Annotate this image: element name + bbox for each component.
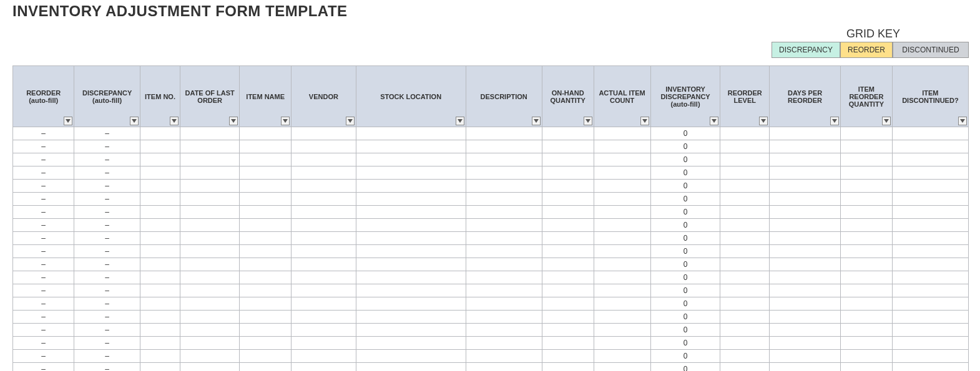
table-cell[interactable]: – — [74, 324, 140, 337]
table-cell[interactable] — [594, 153, 650, 166]
table-cell[interactable]: – — [74, 297, 140, 311]
table-cell[interactable] — [140, 271, 180, 284]
table-cell[interactable] — [240, 245, 292, 258]
table-cell[interactable] — [292, 232, 356, 245]
table-cell[interactable] — [594, 140, 650, 153]
table-cell[interactable] — [770, 206, 841, 219]
table-cell[interactable]: – — [74, 180, 140, 193]
table-cell[interactable] — [356, 258, 466, 271]
table-cell[interactable] — [542, 180, 594, 193]
table-cell[interactable]: – — [74, 232, 140, 245]
table-cell[interactable] — [542, 363, 594, 372]
table-cell[interactable]: 0 — [650, 271, 720, 284]
table-cell[interactable] — [770, 258, 841, 271]
table-cell[interactable] — [892, 363, 968, 372]
table-cell[interactable] — [542, 206, 594, 219]
table-cell[interactable]: – — [74, 245, 140, 258]
table-cell[interactable] — [840, 245, 892, 258]
table-cell[interactable] — [542, 350, 594, 363]
table-cell[interactable] — [356, 140, 466, 153]
table-cell[interactable] — [466, 350, 542, 363]
table-cell[interactable]: 0 — [650, 245, 720, 258]
table-cell[interactable] — [292, 140, 356, 153]
table-cell[interactable] — [594, 245, 650, 258]
table-cell[interactable] — [466, 324, 542, 337]
table-cell[interactable] — [892, 297, 968, 311]
table-cell[interactable] — [292, 311, 356, 324]
table-cell[interactable]: 0 — [650, 363, 720, 372]
table-cell[interactable] — [292, 350, 356, 363]
table-cell[interactable] — [240, 140, 292, 153]
table-cell[interactable]: 0 — [650, 206, 720, 219]
table-cell[interactable] — [466, 311, 542, 324]
table-cell[interactable] — [892, 180, 968, 193]
table-cell[interactable] — [292, 127, 356, 140]
table-cell[interactable]: – — [13, 245, 74, 258]
table-cell[interactable] — [240, 350, 292, 363]
table-cell[interactable] — [720, 127, 770, 140]
table-cell[interactable] — [840, 337, 892, 350]
table-cell[interactable] — [180, 232, 240, 245]
table-cell[interactable] — [594, 284, 650, 297]
filter-dropdown-icon[interactable] — [584, 117, 592, 125]
table-cell[interactable] — [542, 284, 594, 297]
table-cell[interactable] — [720, 258, 770, 271]
table-cell[interactable] — [892, 311, 968, 324]
table-cell[interactable] — [892, 337, 968, 350]
table-cell[interactable]: – — [74, 127, 140, 140]
table-cell[interactable] — [466, 284, 542, 297]
table-cell[interactable]: – — [13, 153, 74, 166]
table-cell[interactable] — [140, 363, 180, 372]
table-cell[interactable] — [240, 284, 292, 297]
table-cell[interactable] — [356, 363, 466, 372]
table-cell[interactable] — [180, 284, 240, 297]
filter-dropdown-icon[interactable] — [958, 117, 967, 125]
table-cell[interactable] — [770, 153, 841, 166]
table-cell[interactable] — [180, 153, 240, 166]
table-cell[interactable] — [542, 219, 594, 232]
table-cell[interactable] — [542, 324, 594, 337]
table-cell[interactable] — [240, 166, 292, 180]
table-cell[interactable] — [180, 258, 240, 271]
table-cell[interactable] — [466, 258, 542, 271]
table-cell[interactable]: – — [74, 219, 140, 232]
table-cell[interactable] — [292, 219, 356, 232]
table-cell[interactable] — [466, 297, 542, 311]
table-cell[interactable] — [140, 232, 180, 245]
table-cell[interactable] — [840, 324, 892, 337]
table-cell[interactable] — [240, 311, 292, 324]
table-cell[interactable] — [594, 258, 650, 271]
table-cell[interactable] — [466, 153, 542, 166]
table-cell[interactable] — [140, 153, 180, 166]
table-cell[interactable] — [292, 297, 356, 311]
table-cell[interactable]: 0 — [650, 284, 720, 297]
table-cell[interactable] — [180, 363, 240, 372]
table-cell[interactable] — [356, 166, 466, 180]
table-cell[interactable] — [240, 180, 292, 193]
table-cell[interactable]: – — [74, 284, 140, 297]
table-cell[interactable] — [140, 337, 180, 350]
table-cell[interactable] — [140, 258, 180, 271]
table-cell[interactable] — [466, 166, 542, 180]
table-cell[interactable] — [840, 258, 892, 271]
table-cell[interactable] — [840, 206, 892, 219]
table-cell[interactable]: 0 — [650, 127, 720, 140]
table-cell[interactable]: – — [13, 127, 74, 140]
table-cell[interactable] — [240, 337, 292, 350]
table-cell[interactable] — [140, 206, 180, 219]
table-cell[interactable] — [840, 180, 892, 193]
table-cell[interactable] — [180, 193, 240, 206]
table-cell[interactable] — [594, 337, 650, 350]
table-cell[interactable] — [180, 127, 240, 140]
table-cell[interactable] — [594, 363, 650, 372]
table-cell[interactable] — [770, 219, 841, 232]
table-cell[interactable] — [240, 153, 292, 166]
table-cell[interactable] — [542, 311, 594, 324]
table-cell[interactable] — [180, 206, 240, 219]
table-cell[interactable] — [770, 232, 841, 245]
table-cell[interactable]: – — [13, 350, 74, 363]
table-cell[interactable] — [466, 337, 542, 350]
table-cell[interactable]: – — [13, 324, 74, 337]
table-cell[interactable] — [892, 140, 968, 153]
table-cell[interactable]: – — [74, 166, 140, 180]
